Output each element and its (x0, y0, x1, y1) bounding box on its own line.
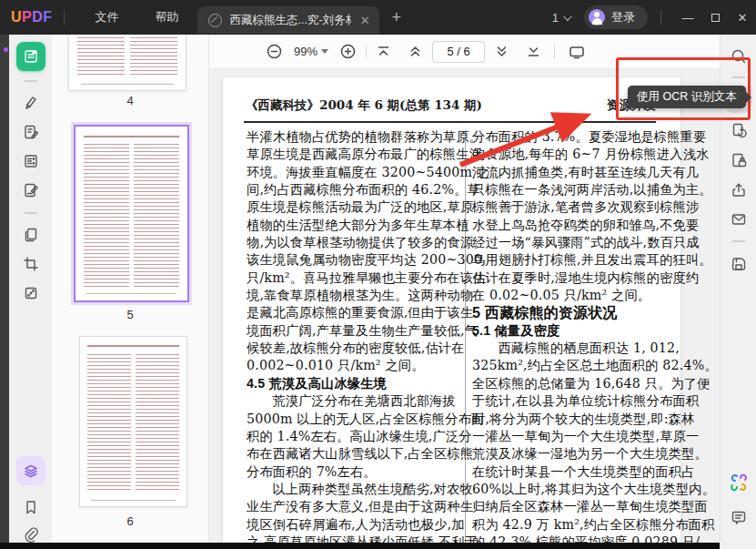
right-column: 分布面积的 3.7%。夏委湿地是棕熊重要的食源地,每年的 6~7 月份棕熊进入浅… (472, 128, 689, 543)
page-thumbnail-6[interactable] (79, 336, 187, 507)
text-line: 植物的生活型绝大部分为多年生草本植 (247, 217, 463, 234)
maximize-button[interactable] (701, 11, 729, 25)
search-button[interactable] (725, 43, 752, 70)
text-line: 水登上鸟岛抢夺鸥类的卵和雏鸟,不免要 (472, 217, 689, 234)
text-line: 棕熊善于游泳,笔者曾多次观察到棕熊涉 (472, 198, 689, 216)
email-button[interactable] (725, 206, 752, 233)
comment-icon (731, 510, 747, 526)
divider (64, 10, 65, 25)
minimize-button[interactable]: — (674, 11, 701, 25)
double-chevron-down-icon (494, 44, 509, 59)
divider (660, 10, 661, 25)
ai-assistant-icon (730, 473, 748, 492)
menu-help[interactable]: 帮助 (137, 0, 197, 35)
titlebar: UPDF 文件 帮助 西藏棕熊生态...究-刘务林* ✕ + 1 登录 — ✕ (0, 0, 756, 35)
protect-button[interactable] (725, 147, 752, 174)
page-refresh-icon (731, 122, 747, 138)
document-viewport[interactable]: 《西藏科技》2004 年 6 期(总第 134 期) 资源开发 半灌木植物占优势… (209, 69, 720, 543)
save-icon (731, 256, 747, 272)
previous-page-button[interactable] (408, 44, 423, 59)
bookmark-icon (23, 499, 39, 515)
document-tab[interactable]: 西藏棕熊生态...究-刘务林* ✕ (197, 6, 379, 34)
crop-button[interactable] (16, 249, 45, 279)
tab-file-icon (208, 14, 222, 27)
save-button[interactable] (725, 250, 752, 278)
next-page-button[interactable] (494, 44, 509, 59)
zoom-dropdown-icon[interactable] (321, 49, 328, 54)
signature-icon (23, 182, 39, 198)
share-button[interactable] (725, 177, 752, 204)
scroll-to-bottom-button[interactable] (526, 44, 541, 59)
text-line: 60%以上时,将其归为这个大生境类型内。 (472, 481, 689, 498)
tab-close-icon[interactable]: ✕ (360, 14, 370, 27)
compress-button[interactable] (725, 117, 752, 144)
right-toolbar: OCR (720, 35, 756, 549)
menu-file[interactable]: 文件 (77, 0, 137, 35)
zoom-out-button[interactable] (266, 43, 283, 60)
updf-logo: UPDF (11, 9, 53, 25)
tab-list-dropdown[interactable]: 1 (552, 11, 570, 25)
convert-button[interactable] (16, 220, 45, 249)
text-line: 一灌丛一草甸为一个大生境类型,草原一 (472, 428, 689, 445)
text-line: 归纳后全区森林一灌丛一草甸生境类型面 (472, 498, 689, 515)
annotate-button[interactable] (16, 87, 45, 117)
divider (732, 240, 745, 242)
divider (25, 212, 37, 214)
page-number-input[interactable]: 5 / 6 (432, 41, 485, 63)
thumbnail-page-number: 5 (52, 308, 208, 321)
bookmarks-panel-button[interactable] (16, 493, 45, 522)
text-line: 5 西藏棕熊的资源状况 (472, 304, 689, 321)
ai-assistant-button[interactable] (725, 469, 752, 496)
text-line: 物,为以食草根茎动物提供了较多的食源。 (247, 234, 463, 251)
text-line: 在统计时某县一个大生境类型的面积占 (472, 463, 689, 481)
window-edge-strip (0, 35, 9, 549)
feedback-button[interactable] (725, 504, 752, 532)
text-line: 只棕熊在一条浅河两岸活动,以捕鱼为主。 (472, 181, 689, 198)
text-line: 西藏棕熊的栖息面积达 1, 012, (472, 340, 689, 357)
zoom-level[interactable]: 99% (294, 45, 318, 58)
text-line: 环境。海拔垂直幅度在 3200~5400m 之 (247, 164, 463, 181)
zoom-in-icon (339, 43, 357, 60)
text-line: 在 0.02~0.05 只/km² 之间。 (472, 287, 689, 304)
pages-convert-icon (23, 227, 39, 243)
reader-mode-button[interactable] (16, 42, 45, 71)
text-line: 0.002~0.010 只/km² 之间。 (247, 357, 463, 374)
text-line: 的 42.3%,棕熊的平均密度 0.0289 只/ (472, 534, 689, 543)
scroll-to-top-button[interactable] (376, 44, 391, 59)
window-bottom-edge (0, 543, 720, 549)
edit-icon (23, 124, 39, 140)
to-bottom-icon (526, 44, 541, 59)
text-line: 境面积广阔,产草量及生物生产量较低,气 (247, 322, 463, 340)
text-line: 原生境是棕熊活动最为广泛的地区,草原 (247, 198, 463, 216)
text-line: 积的 1.4%左右。高山冰缘生境,广泛分 (247, 428, 463, 445)
divider (554, 45, 555, 59)
updf-window: UPDF 文件 帮助 西藏棕熊生态...究-刘务林* ✕ + 1 登录 — ✕ (0, 0, 756, 549)
login-button[interactable]: 登录 (584, 5, 648, 29)
presentation-mode-button[interactable] (568, 44, 586, 60)
page-thumbnail-5-selected[interactable] (74, 125, 189, 302)
text-line: 估计在夏季时,湿地生境内棕熊的密度约 (472, 269, 689, 287)
new-tab-button[interactable]: + (392, 8, 402, 27)
zoom-in-button[interactable] (339, 43, 357, 60)
notification-dot (4, 47, 8, 52)
close-button[interactable]: ✕ (729, 11, 756, 25)
tab-title: 西藏棕熊生态...究-刘务林* (230, 13, 351, 28)
text-line: 候较差,故棕熊分布的密度较低,估计在 (247, 340, 463, 357)
organize-pages-button[interactable] (16, 147, 45, 176)
watermark-button[interactable] (16, 279, 45, 308)
edit-pdf-button[interactable] (16, 117, 45, 147)
crop-icon (23, 256, 39, 272)
thumbnail-page-number: 4 (52, 94, 208, 107)
text-line: 河流内抓捕鱼类,有时甚至连续几天有几 (472, 164, 689, 181)
text-line: 只/km²。喜马拉雅旱獭也主要分布在该生 (247, 269, 463, 287)
share-icon (731, 182, 747, 198)
zoom-out-icon (266, 43, 283, 60)
chevron-down-icon (563, 12, 572, 21)
divider (25, 80, 37, 82)
pdf-page-5: 《西藏科技》2004 年 6 期(总第 134 期) 资源开发 半灌木植物占优势… (223, 77, 680, 543)
thumbnails-panel-button[interactable] (16, 456, 45, 485)
avatar-icon (589, 9, 605, 25)
text-line: 5.1 储量及密度 (472, 322, 689, 340)
header-rule (244, 121, 656, 123)
fill-sign-button[interactable] (16, 176, 45, 205)
